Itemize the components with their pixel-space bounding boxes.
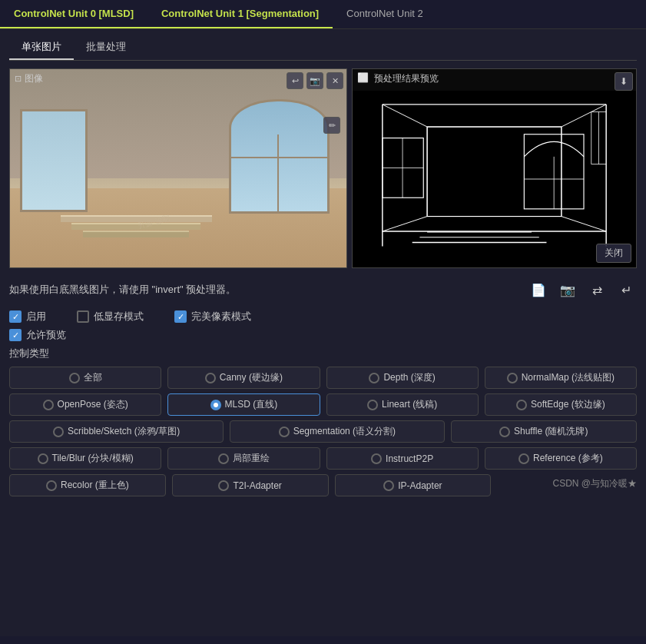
allow-preview-checkbox-box[interactable]: ✓ <box>9 329 22 341</box>
edit-button[interactable]: ✏ <box>323 117 340 134</box>
radio-openpose-circle <box>43 400 54 410</box>
radio-depth-circle <box>369 373 379 383</box>
radio-reference[interactable]: Reference (参考) <box>485 447 637 470</box>
tab-unit1[interactable]: ControlNet Unit 1 [Segmentation] <box>147 0 333 28</box>
info-row: 如果使用白底黑线图片，请使用 "invert" 预处理器。 📄 📷 ⇄ ↵ <box>9 276 637 304</box>
refresh-icon-button[interactable]: ⇄ <box>586 279 608 300</box>
radio-instructp2p-circle <box>371 453 382 464</box>
radio-scribble[interactable]: Scribble/Sketch (涂鸦/草图) <box>9 420 224 443</box>
close-image-button[interactable]: ✕ <box>326 72 343 89</box>
svg-rect-8 <box>427 127 562 217</box>
control-type-label: 控制类型 <box>9 347 637 360</box>
camera-button[interactable]: 📷 <box>306 72 323 89</box>
radio-row-3: Scribble/Sketch (涂鸦/草图) Segmentation (语义… <box>9 420 637 443</box>
radio-all-circle <box>69 373 80 383</box>
radio-mlsd-dot <box>214 403 218 407</box>
stairs <box>61 215 212 237</box>
radio-normalmap-circle <box>507 373 518 383</box>
radio-tileblur-circle <box>38 453 48 464</box>
radio-row-1: 全部 Canny (硬边缘) Depth (深度) NormalMap (法线贴… <box>9 367 637 389</box>
file-icon-button[interactable]: 📄 <box>528 279 549 300</box>
arch-window <box>229 99 330 214</box>
radio-row-4: Tile/Blur (分块/模糊) 局部重绘 InstructP2P Refer… <box>9 447 637 470</box>
tab-batch[interactable]: 批量处理 <box>74 35 138 60</box>
radio-reference-circle <box>518 453 529 464</box>
radio-canny[interactable]: Canny (硬边缘) <box>167 367 320 389</box>
undo-button[interactable]: ↩ <box>287 72 303 89</box>
enable-checkbox[interactable]: ✓ 启用 <box>9 310 46 324</box>
image-upload-panel[interactable]: ⊡ 图像 ↩ 📷 ✕ ✏ <box>9 68 347 268</box>
svg-line-6 <box>383 217 427 231</box>
tab-unit0[interactable]: ControlNet Unit 0 [MLSD] <box>0 0 147 28</box>
low-memory-checkbox[interactable]: 低显存模式 <box>77 310 144 324</box>
page-watermark: CSDN @与知冷暖★ <box>497 474 637 490</box>
perfect-pixel-checkbox[interactable]: ✓ 完美像素模式 <box>174 310 251 324</box>
tab-unit2[interactable]: ControlNet Unit 2 <box>333 0 437 28</box>
checkbox-row-1: ✓ 启用 低显存模式 ✓ 完美像素模式 <box>9 310 637 324</box>
radio-normalmap[interactable]: NormalMap (法线贴图) <box>485 367 637 389</box>
svg-line-5 <box>562 105 606 127</box>
info-icons: 📄 📷 ⇄ ↵ <box>528 279 637 300</box>
radio-mlsd[interactable]: MLSD (直线) <box>167 393 320 416</box>
radio-row-5: Recolor (重上色) T2I-Adapter IP-Adapter CSD… <box>9 474 637 496</box>
radio-tileblur[interactable]: Tile/Blur (分块/模糊) <box>9 447 161 470</box>
radio-shuffle-circle <box>499 427 510 437</box>
top-tab-bar: ControlNet Unit 0 [MLSD] ControlNet Unit… <box>0 0 646 29</box>
left-window <box>20 109 88 212</box>
perfect-pixel-label: 完美像素模式 <box>191 310 251 324</box>
radio-ipadapter-circle <box>383 480 394 491</box>
svg-line-7 <box>562 217 606 231</box>
preview-panel: ⬜ 预处理结果预览 ⬇ <box>352 68 637 268</box>
radio-t2iadapter-circle <box>218 480 229 491</box>
corner-icon-button[interactable]: ↵ <box>615 279 637 300</box>
image-panel-label: ⊡ 图像 <box>15 72 43 85</box>
checkbox-row-2: ✓ 允许预览 <box>9 328 637 342</box>
low-memory-checkbox-box[interactable] <box>77 310 89 323</box>
line-art-display <box>353 91 636 267</box>
radio-scribble-circle <box>53 427 64 437</box>
radio-softedge-circle <box>516 400 527 410</box>
image-toolbar: ↩ 📷 ✕ ✏ <box>287 72 343 89</box>
radio-ipadapter[interactable]: IP-Adapter <box>335 474 492 496</box>
tab-single-image[interactable]: 单张图片 <box>9 35 74 60</box>
radio-lineart-circle <box>367 400 378 410</box>
radio-recolor[interactable]: Recolor (重上色) <box>9 474 166 496</box>
radio-softedge[interactable]: SoftEdge (软边缘) <box>485 393 637 416</box>
low-memory-label: 低显存模式 <box>94 310 144 324</box>
radio-recolor-circle <box>46 480 57 491</box>
radio-lineart[interactable]: Lineart (线稿) <box>326 393 479 416</box>
radio-openpose[interactable]: OpenPose (姿态) <box>9 393 161 416</box>
radio-canny-circle <box>205 373 216 383</box>
radio-repaint-circle <box>218 453 229 464</box>
allow-preview-label: 允许预览 <box>26 328 66 342</box>
sub-tab-bar: 单张图片 批量处理 <box>9 35 637 61</box>
radio-repaint[interactable]: 局部重绘 <box>167 447 320 470</box>
info-text: 如果使用白底黑线图片，请使用 "invert" 预处理器。 <box>9 283 236 297</box>
room-image: 开源·涂制 <box>10 69 346 267</box>
radio-depth[interactable]: Depth (深度) <box>326 367 479 389</box>
allow-preview-checkbox[interactable]: ✓ 允许预览 <box>9 328 66 342</box>
radio-instructp2p[interactable]: InstructP2P <box>326 447 479 470</box>
preview-label: 预处理结果预览 <box>374 72 439 85</box>
download-button[interactable]: ⬇ <box>615 72 633 91</box>
perfect-pixel-checkbox-box[interactable]: ✓ <box>174 310 187 323</box>
radio-row-2: OpenPose (姿态) MLSD (直线) Lineart (线稿) Sof… <box>9 393 637 416</box>
radio-all[interactable]: 全部 <box>9 367 161 389</box>
radio-segmentation[interactable]: Segmentation (语义分割) <box>230 420 444 443</box>
empty-spacer: CSDN @与知冷暖★ <box>497 474 637 496</box>
svg-line-4 <box>383 105 427 127</box>
radio-mlsd-circle <box>210 400 221 410</box>
enable-label: 启用 <box>26 310 46 324</box>
close-preview-button[interactable]: 关闭 <box>596 244 631 263</box>
camera-icon-button[interactable]: 📷 <box>557 279 578 300</box>
image-area: ⊡ 图像 ↩ 📷 ✕ ✏ <box>9 68 637 268</box>
preview-icon: ⬜ <box>357 72 369 83</box>
radio-t2iadapter[interactable]: T2I-Adapter <box>172 474 329 496</box>
radio-segmentation-circle <box>279 427 290 437</box>
main-container: 单张图片 批量处理 ⊡ 图像 ↩ 📷 ✕ ✏ <box>0 29 646 636</box>
enable-checkbox-box[interactable]: ✓ <box>9 310 22 323</box>
radio-shuffle[interactable]: Shuffle (随机洗牌) <box>451 420 638 443</box>
